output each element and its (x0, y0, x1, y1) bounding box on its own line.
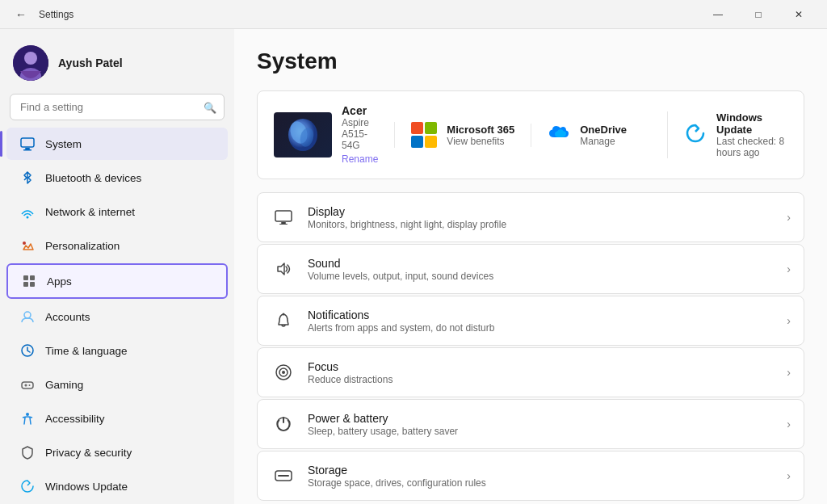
svg-point-6 (27, 216, 29, 219)
sidebar-item-accessibility[interactable]: Accessibility (6, 402, 228, 435)
setting-text-display: Display Monitors, brightness, night ligh… (308, 205, 775, 230)
page-title: System (257, 48, 804, 74)
setting-row-display[interactable]: Display Monitors, brightness, night ligh… (257, 192, 804, 242)
ms365-sq-blue (411, 136, 423, 148)
svg-point-23 (283, 313, 285, 316)
sidebar-item-network-label: Network & internet (45, 206, 135, 218)
svg-rect-11 (30, 282, 35, 287)
main-content: System (234, 29, 827, 504)
setting-desc-power: Sleep, battery usage, battery saver (308, 426, 775, 437)
sidebar-item-time[interactable]: Time & language (6, 334, 228, 367)
svg-rect-30 (278, 475, 289, 477)
close-button[interactable]: ✕ (780, 2, 817, 27)
setting-row-notifications[interactable]: Notifications Alerts from apps and syste… (257, 296, 804, 346)
onedrive-icon (548, 124, 570, 145)
app-title: Settings (39, 9, 693, 20)
sidebar-item-apps[interactable]: Apps (6, 263, 228, 299)
setting-row-sound[interactable]: Sound Volume levels, output, input, soun… (257, 244, 804, 294)
minimize-button[interactable]: — (699, 2, 737, 27)
setting-row-focus[interactable]: Focus Reduce distractions › (257, 347, 804, 397)
storage-icon (271, 463, 296, 489)
windows-update-card-icon (684, 122, 707, 148)
svg-rect-4 (25, 148, 30, 149)
display-icon (271, 204, 296, 230)
setting-desc-sound: Volume levels, output, input, sound devi… (308, 271, 775, 282)
setting-title-power: Power & battery (308, 412, 775, 425)
rename-link[interactable]: Rename (342, 153, 378, 165)
sound-chevron-icon: › (787, 262, 791, 275)
ms365-sub: View benefits (447, 136, 514, 147)
sidebar-item-network[interactable]: Network & internet (6, 195, 228, 228)
sidebar-item-gaming-label: Gaming (45, 379, 83, 391)
onedrive-sub: Manage (580, 136, 627, 147)
network-icon (19, 204, 36, 220)
personalization-icon (19, 237, 36, 254)
setting-text-focus: Focus Reduce distractions (308, 360, 775, 385)
avatar (13, 45, 48, 81)
setting-desc-notifications: Alerts from apps and system, do not dist… (308, 322, 775, 334)
search-icon: 🔍 (204, 101, 216, 113)
svg-rect-20 (275, 211, 292, 221)
focus-icon (271, 359, 296, 385)
time-icon (19, 342, 36, 359)
svg-rect-14 (22, 382, 33, 388)
avatar-inner (13, 45, 48, 81)
setting-desc-storage: Storage space, drives, configuration rul… (308, 477, 775, 489)
bluetooth-icon (19, 170, 36, 186)
sidebar-item-update[interactable]: Windows Update (6, 470, 228, 502)
svg-point-15 (29, 384, 31, 386)
setting-title-display: Display (308, 205, 775, 218)
system-icon (19, 136, 36, 152)
sidebar-item-bluetooth-label: Bluetooth & devices (45, 172, 141, 184)
device-image (274, 112, 332, 158)
svg-rect-21 (281, 222, 286, 224)
sidebar-item-personalization[interactable]: Personalization (6, 229, 228, 262)
sidebar-item-system-label: System (45, 138, 82, 150)
setting-row-storage[interactable]: Storage Storage space, drives, configura… (257, 451, 804, 501)
power-chevron-icon: › (787, 418, 791, 430)
search-box: 🔍 (10, 94, 225, 120)
window-controls: — □ ✕ (699, 2, 817, 27)
svg-point-16 (26, 413, 29, 416)
power-icon (271, 411, 296, 437)
ms365-label: Microsoft 365 (447, 124, 514, 136)
ms365-card[interactable]: Microsoft 365 View benefits (394, 122, 514, 148)
setting-row-power[interactable]: Power & battery Sleep, battery usage, ba… (257, 399, 804, 449)
focus-chevron-icon: › (787, 366, 791, 379)
setting-title-focus: Focus (308, 360, 775, 373)
sidebar-item-apps-label: Apps (47, 275, 72, 288)
avatar-graphic (13, 45, 48, 81)
back-button[interactable]: ← (10, 3, 32, 26)
sidebar-item-accounts[interactable]: Accounts (6, 300, 228, 333)
sound-icon (271, 256, 296, 282)
svg-point-26 (282, 371, 285, 374)
setting-text-sound: Sound Volume levels, output, input, soun… (308, 257, 775, 282)
svg-point-7 (23, 242, 26, 245)
maximize-button[interactable]: □ (740, 2, 777, 27)
notifications-icon (271, 308, 296, 334)
onedrive-info: OneDrive Manage (580, 124, 627, 147)
sidebar-item-personalization-label: Personalization (45, 240, 120, 252)
device-info-text: Acer Aspire A515-54G Rename (342, 104, 378, 166)
svg-rect-10 (23, 282, 28, 287)
sidebar-item-privacy-label: Privacy & security (45, 447, 132, 459)
svg-point-12 (24, 312, 31, 318)
setting-title-notifications: Notifications (308, 309, 775, 321)
device-name: Acer (342, 104, 378, 117)
winupdate-sub: Last checked: 8 hours ago (716, 136, 787, 158)
search-input[interactable] (10, 94, 225, 120)
windows-swirl-icon (283, 115, 323, 155)
accounts-icon (19, 309, 36, 325)
sidebar-item-system[interactable]: System (6, 128, 228, 160)
sidebar-item-privacy[interactable]: Privacy & security (6, 436, 228, 468)
windows-update-card[interactable]: Windows Update Last checked: 8 hours ago (667, 111, 787, 158)
sidebar-item-accessibility-label: Accessibility (45, 413, 105, 425)
sidebar-item-gaming[interactable]: Gaming (6, 368, 228, 401)
sidebar-item-bluetooth[interactable]: Bluetooth & devices (6, 162, 228, 194)
setting-text-notifications: Notifications Alerts from apps and syste… (308, 309, 775, 334)
svg-rect-22 (279, 224, 288, 225)
svg-rect-3 (21, 138, 34, 147)
accessibility-icon (19, 410, 36, 426)
svg-rect-5 (23, 149, 31, 151)
onedrive-card[interactable]: OneDrive Manage (531, 124, 651, 147)
